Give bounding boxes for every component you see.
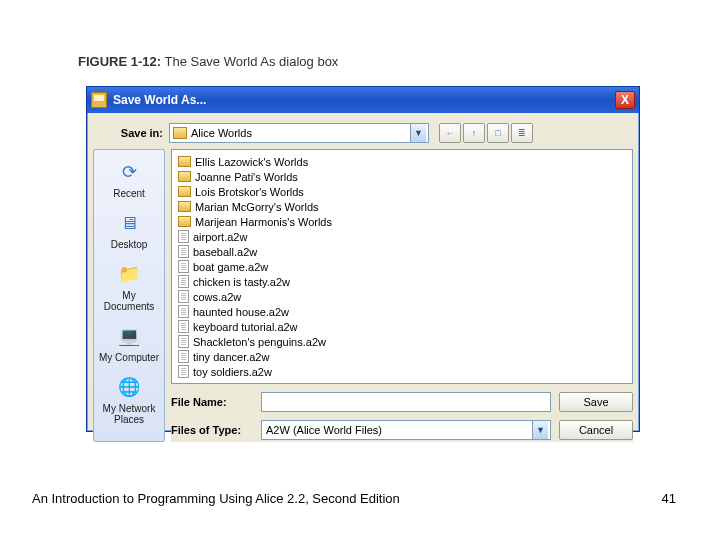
item-label: tiny dancer.a2w: [193, 351, 269, 363]
figure-caption: FIGURE 1-12: The Save World As dialog bo…: [78, 54, 338, 69]
folder-icon: [178, 216, 191, 227]
list-item-folder[interactable]: Ellis Lazowick's Worlds: [178, 154, 626, 169]
item-label: Marian McGorry's Worlds: [195, 201, 319, 213]
save-in-value: Alice Worlds: [191, 127, 406, 139]
place-label: My Documents: [98, 290, 160, 312]
cancel-button[interactable]: Cancel: [559, 420, 633, 440]
figure-title: The Save World As dialog box: [161, 54, 338, 69]
item-label: Lois Brotskor's Worlds: [195, 186, 304, 198]
save-in-row: Save in: Alice Worlds ▼ ← ↑ □ ≣: [93, 119, 633, 149]
list-item-file[interactable]: boat game.a2w: [178, 259, 626, 274]
save-in-combo[interactable]: Alice Worlds ▼: [169, 123, 429, 143]
list-item-file[interactable]: chicken is tasty.a2w: [178, 274, 626, 289]
place-label: Desktop: [111, 239, 148, 250]
file-icon: [178, 365, 189, 378]
place-label: Recent: [113, 188, 145, 199]
folder-icon: [178, 171, 191, 182]
folder-icon: [173, 127, 187, 139]
place-documents[interactable]: 📁 My Documents: [96, 256, 162, 316]
view-list-button[interactable]: ≣: [511, 123, 533, 143]
file-icon: [178, 350, 189, 363]
file-icon: [178, 290, 189, 303]
figure-label: FIGURE 1-12:: [78, 54, 161, 69]
item-label: toy soldiers.a2w: [193, 366, 272, 378]
close-button[interactable]: X: [615, 91, 635, 109]
filename-label: File Name:: [171, 396, 253, 408]
list-icon: ≣: [518, 128, 526, 138]
place-computer[interactable]: 💻 My Computer: [96, 318, 162, 367]
folder-icon: [178, 156, 191, 167]
file-icon: [178, 305, 189, 318]
list-item-folder[interactable]: Marian McGorry's Worlds: [178, 199, 626, 214]
item-label: boat game.a2w: [193, 261, 268, 273]
file-icon: [178, 320, 189, 333]
file-icon: [178, 230, 189, 243]
list-item-folder[interactable]: Marijean Harmonis's Worlds: [178, 214, 626, 229]
up-button[interactable]: ↑: [463, 123, 485, 143]
new-folder-icon: □: [495, 128, 500, 138]
chevron-down-icon[interactable]: ▼: [532, 421, 548, 439]
list-item-file[interactable]: cows.a2w: [178, 289, 626, 304]
place-network[interactable]: 🌐 My Network Places: [96, 369, 162, 429]
place-recent[interactable]: ⟳ Recent: [96, 154, 162, 203]
titlebar[interactable]: Save World As... X: [87, 87, 639, 113]
chevron-down-icon[interactable]: ▼: [410, 124, 426, 142]
list-item-file[interactable]: tiny dancer.a2w: [178, 349, 626, 364]
item-label: cows.a2w: [193, 291, 241, 303]
list-item-file[interactable]: airport.a2w: [178, 229, 626, 244]
desktop-icon: 🖥: [114, 209, 144, 237]
list-item-file[interactable]: keyboard tutorial.a2w: [178, 319, 626, 334]
list-item-file[interactable]: Shackleton's penguins.a2w: [178, 334, 626, 349]
network-icon: 🌐: [114, 373, 144, 401]
up-icon: ↑: [472, 128, 477, 138]
documents-icon: 📁: [114, 260, 144, 288]
item-label: Ellis Lazowick's Worlds: [195, 156, 308, 168]
recent-icon: ⟳: [114, 158, 144, 186]
filetype-combo[interactable]: A2W (Alice World Files) ▼: [261, 420, 551, 440]
place-label: My Network Places: [98, 403, 160, 425]
place-label: My Computer: [99, 352, 159, 363]
save-dialog: Save World As... X Save in: Alice Worlds…: [86, 86, 640, 432]
close-icon: X: [621, 93, 629, 107]
book-title: An Introduction to Programming Using Ali…: [32, 491, 400, 506]
item-label: keyboard tutorial.a2w: [193, 321, 298, 333]
file-icon: [178, 335, 189, 348]
list-item-file[interactable]: toy soldiers.a2w: [178, 364, 626, 379]
save-button[interactable]: Save: [559, 392, 633, 412]
view-buttons: ← ↑ □ ≣: [439, 123, 533, 143]
computer-icon: 💻: [114, 322, 144, 350]
item-label: baseball.a2w: [193, 246, 257, 258]
item-label: Marijean Harmonis's Worlds: [195, 216, 332, 228]
file-icon: [178, 260, 189, 273]
dialog-title: Save World As...: [113, 93, 615, 107]
item-label: airport.a2w: [193, 231, 247, 243]
list-item-file[interactable]: haunted house.a2w: [178, 304, 626, 319]
places-bar: ⟳ Recent 🖥 Desktop 📁 My Documents 💻 My C…: [93, 149, 165, 442]
back-icon: ←: [446, 128, 455, 138]
item-label: Shackleton's penguins.a2w: [193, 336, 326, 348]
list-item-folder[interactable]: Lois Brotskor's Worlds: [178, 184, 626, 199]
file-icon: [178, 245, 189, 258]
new-folder-button[interactable]: □: [487, 123, 509, 143]
folder-icon: [178, 201, 191, 212]
back-button[interactable]: ←: [439, 123, 461, 143]
item-label: haunted house.a2w: [193, 306, 289, 318]
filename-input[interactable]: [261, 392, 551, 412]
folder-icon: [178, 186, 191, 197]
list-item-file[interactable]: baseball.a2w: [178, 244, 626, 259]
item-label: chicken is tasty.a2w: [193, 276, 290, 288]
filetype-label: Files of Type:: [171, 424, 253, 436]
file-icon: [178, 275, 189, 288]
file-list[interactable]: Ellis Lazowick's WorldsJoanne Pati's Wor…: [171, 149, 633, 384]
place-desktop[interactable]: 🖥 Desktop: [96, 205, 162, 254]
page-number: 41: [662, 491, 676, 506]
item-label: Joanne Pati's Worlds: [195, 171, 298, 183]
save-in-label: Save in:: [103, 127, 163, 139]
app-icon: [91, 92, 107, 108]
list-item-folder[interactable]: Joanne Pati's Worlds: [178, 169, 626, 184]
filetype-value: A2W (Alice World Files): [266, 424, 382, 436]
